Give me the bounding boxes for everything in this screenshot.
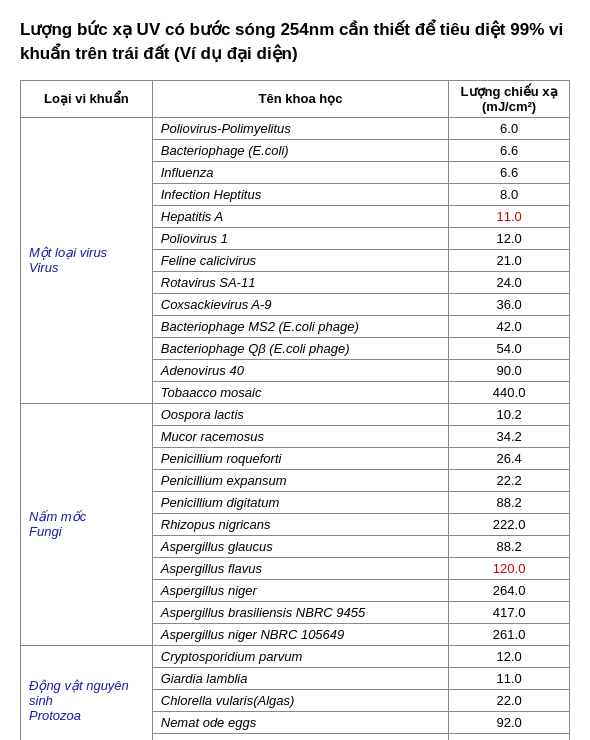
uv-table: Loại vi khuẩn Tên khoa học Lượng chiếu x… [20,80,570,740]
category-cell: Một loại virusVirus [21,117,153,403]
table-row: Một loại virusVirusPoliovirus-Polimyelit… [21,117,570,139]
scientific-name: Penicillium expansum [152,469,448,491]
radiation-value: 12.0 [449,227,570,249]
radiation-value: 6.0 [449,117,570,139]
radiation-value: 26.4 [449,447,570,469]
scientific-name: Coxsackievirus A-9 [152,293,448,315]
radiation-value: 22.0 [449,689,570,711]
radiation-value: 222.0 [449,513,570,535]
scientific-name: Giardia lamblia [152,667,448,689]
scientific-name: Penicillium digitatum [152,491,448,513]
radiation-value: 440.0 [449,381,570,403]
scientific-name: Rhizopus nigricans [152,513,448,535]
scientific-name: Poliovirus-Polimyelitus [152,117,448,139]
header-value: Lượng chiếu xạ(mJ/cm²) [449,80,570,117]
radiation-value: 11.0 [449,667,570,689]
radiation-value: 88.2 [449,535,570,557]
scientific-name: Feline calicivirus [152,249,448,271]
table-row: Nấm mốcFungiOospora lactis10.2 [21,403,570,425]
category-cell: Động vật nguyên sinhProtozoa [21,645,153,740]
scientific-name: Rotavirus SA-11 [152,271,448,293]
radiation-value: 264.0 [449,579,570,601]
radiation-value: 34.2 [449,425,570,447]
page-title: Lượng bức xạ UV có bước sóng 254nm cần t… [20,18,570,66]
scientific-name: Aspergillus brasiliensis NBRC 9455 [152,601,448,623]
header-category: Loại vi khuẩn [21,80,153,117]
scientific-name: Cryptosporidium parvum [152,645,448,667]
radiation-value: 42.0 [449,315,570,337]
scientific-name: Param ecium [152,733,448,740]
scientific-name: Bacteriophage MS2 (E.coli phage) [152,315,448,337]
scientific-name: Aspergillus glaucus [152,535,448,557]
radiation-value: 11.0 [449,205,570,227]
scientific-name: Infection Heptitus [152,183,448,205]
radiation-value: 36.0 [449,293,570,315]
radiation-value: 417.0 [449,601,570,623]
radiation-value: 6.6 [449,161,570,183]
radiation-value: 10.2 [449,403,570,425]
scientific-name: Chlorella vularis(Algas) [152,689,448,711]
radiation-value: 12.0 [449,645,570,667]
radiation-value: 54.0 [449,337,570,359]
table-row: Động vật nguyên sinhProtozoaCryptosporid… [21,645,570,667]
radiation-value: 120.0 [449,557,570,579]
scientific-name: Nemat ode eggs [152,711,448,733]
scientific-name: Tobaacco mosaic [152,381,448,403]
radiation-value: 22.2 [449,469,570,491]
scientific-name: Aspergillus flavus [152,557,448,579]
scientific-name: Bacteriophage (E.coli) [152,139,448,161]
scientific-name: Hepatitis A [152,205,448,227]
scientific-name: Penicillium roqueforti [152,447,448,469]
scientific-name: Mucor racemosus [152,425,448,447]
radiation-value: 24.0 [449,271,570,293]
radiation-value: 261.0 [449,623,570,645]
radiation-value: 200.0 [449,733,570,740]
radiation-value: 88.2 [449,491,570,513]
table-header-row: Loại vi khuẩn Tên khoa học Lượng chiếu x… [21,80,570,117]
radiation-value: 90.0 [449,359,570,381]
scientific-name: Bacteriophage Qβ (E.coli phage) [152,337,448,359]
scientific-name: Oospora lactis [152,403,448,425]
scientific-name: Adenovirus 40 [152,359,448,381]
radiation-value: 8.0 [449,183,570,205]
category-cell: Nấm mốcFungi [21,403,153,645]
scientific-name: Aspergillus niger NBRC 105649 [152,623,448,645]
scientific-name: Aspergillus niger [152,579,448,601]
header-name: Tên khoa học [152,80,448,117]
radiation-value: 92.0 [449,711,570,733]
radiation-value: 6.6 [449,139,570,161]
radiation-value: 21.0 [449,249,570,271]
scientific-name: Influenza [152,161,448,183]
scientific-name: Poliovirus 1 [152,227,448,249]
